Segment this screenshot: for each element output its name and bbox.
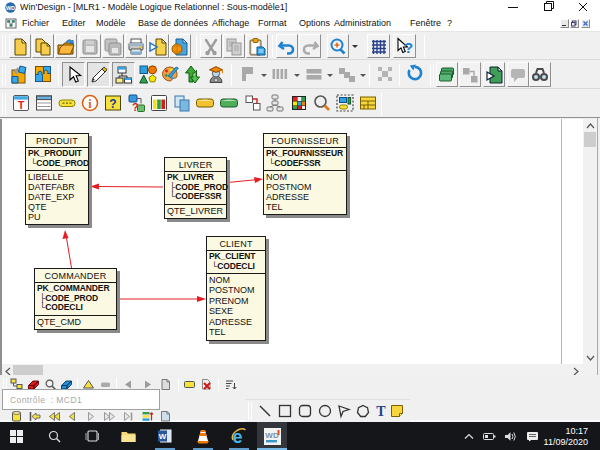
svg-text:WD: WD xyxy=(6,5,15,11)
svg-text:T: T xyxy=(18,99,25,111)
svg-text:?: ? xyxy=(132,101,139,113)
svg-text:?: ? xyxy=(403,39,412,56)
svg-text:T: T xyxy=(376,404,386,419)
svg-text:W: W xyxy=(159,432,167,441)
svg-text:?: ? xyxy=(109,97,116,111)
svg-text:WD: WD xyxy=(265,431,279,440)
